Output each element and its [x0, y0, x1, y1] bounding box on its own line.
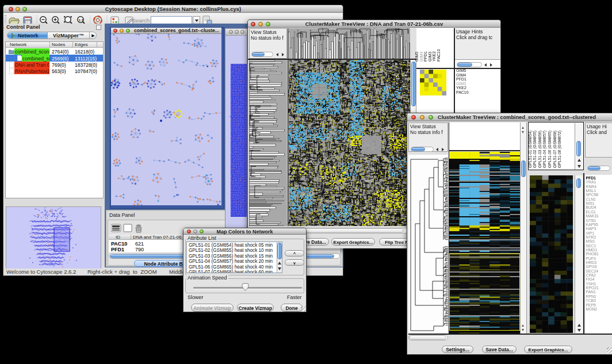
svg-text:1:1: 1:1 — [79, 18, 84, 22]
